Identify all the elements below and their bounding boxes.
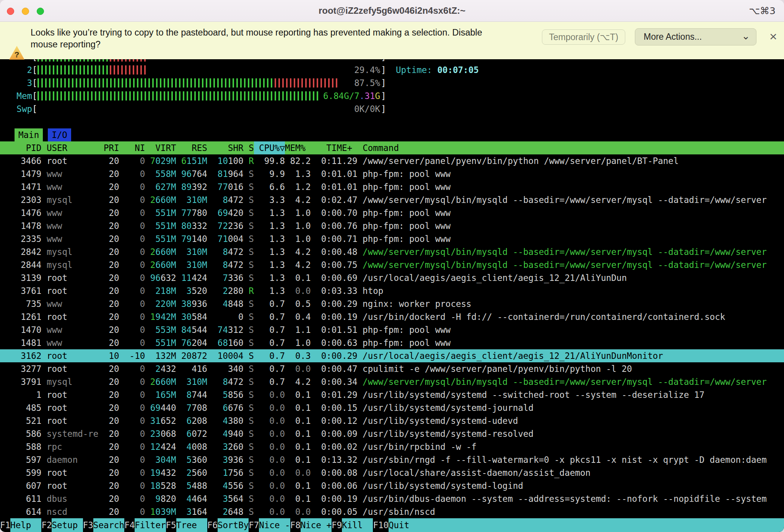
fnkey-f6[interactable]: F6 bbox=[207, 518, 218, 532]
process-row[interactable]: 3466 root 20 0 7029M 6151M 10100 R 99.8 … bbox=[0, 154, 784, 167]
process-command: php-fpm: pool www bbox=[363, 336, 451, 349]
meter-swp: Swp[0K/0K] bbox=[0, 102, 784, 115]
fnlabel-sortby[interactable]: SortBy bbox=[218, 518, 249, 532]
process-row[interactable]: 1470 www 20 0 553M 84544 74312 S 0.7 1.1… bbox=[0, 323, 784, 336]
tab-bar: MainI/O bbox=[0, 128, 784, 141]
process-row[interactable]: 614 nscd 20 0 1039M 3164 2648 S 0.0 0.0 … bbox=[0, 505, 784, 518]
process-row[interactable]: 1261 root 20 0 1942M 30584 0 S 0.7 0.4 0… bbox=[0, 310, 784, 323]
process-row[interactable]: 599 root 20 0 19432 2560 1756 S 0.0 0.0 … bbox=[0, 466, 784, 479]
column-header-s[interactable]: S bbox=[249, 141, 254, 154]
process-command: /usr/lib/systemd/systemd-udevd bbox=[363, 414, 518, 427]
fnkey-f7[interactable]: F7 bbox=[249, 518, 259, 532]
process-command: /usr/lib/systemd/systemd-journald bbox=[363, 401, 534, 414]
process-command: php-fpm: pool www bbox=[363, 167, 451, 180]
process-row[interactable]: 3791 mysql 20 0 2660M 310M 8472 S 0.7 4.… bbox=[0, 375, 784, 388]
process-command: /www/server/mysql/bin/mysqld --basedir=/… bbox=[363, 375, 767, 388]
process-command: /www/server/mysql/bin/mysqld --basedir=/… bbox=[363, 193, 767, 206]
process-row[interactable]: 3139 root 20 0 96632 11424 7336 S 1.3 0.… bbox=[0, 271, 784, 284]
column-header-ni[interactable]: NI bbox=[124, 141, 145, 154]
process-row[interactable]: 586 systemd-re 20 0 23068 6072 4940 S 0.… bbox=[0, 427, 784, 440]
column-header-res[interactable]: RES bbox=[181, 141, 207, 154]
process-command: /usr/lib/systemd/systemd-logind bbox=[363, 479, 523, 492]
process-command: /usr/bin/dockerd -H fd:// --containerd=/… bbox=[363, 310, 725, 323]
process-command: /usr/local/aegis/aegis_client/aegis_12_2… bbox=[363, 349, 663, 362]
column-header-user[interactable]: USER bbox=[47, 141, 98, 154]
column-header-pid[interactable]: PID bbox=[0, 141, 41, 154]
column-header-command[interactable]: Command bbox=[363, 141, 399, 154]
titlebar[interactable]: root@iZ2zefy5g6w046i2n4sx6tZ:~ ⌥⌘3 bbox=[0, 0, 784, 22]
process-row[interactable]: 3277 root 20 0 2432 416 340 S 0.7 0.0 0:… bbox=[0, 362, 784, 375]
screen: { "window": { "title": "root@iZ2zefy5g6w… bbox=[0, 0, 784, 532]
process-row[interactable]: 1476 www 20 0 551M 77780 69420 S 1.3 1.0… bbox=[0, 206, 784, 219]
process-row[interactable]: 607 root 20 0 18528 5488 4556 S 0.0 0.1 … bbox=[0, 479, 784, 492]
window-title: root@iZ2zefy5g6w046i2n4sx6tZ:~ bbox=[0, 5, 784, 16]
process-row[interactable]: 1 root 20 0 165M 8744 5856 S 0.0 0.1 0:0… bbox=[0, 388, 784, 401]
fnlabel-quit[interactable]: Quit bbox=[389, 518, 784, 532]
process-command: nginx: worker process bbox=[363, 297, 471, 310]
process-row[interactable]: 485 root 20 0 69440 7708 6676 S 0.0 0.1 … bbox=[0, 401, 784, 414]
process-command: /www/server/mysql/bin/mysqld --basedir=/… bbox=[363, 258, 767, 271]
column-header-mem[interactable]: MEM% bbox=[285, 141, 306, 154]
process-row[interactable]: 1471 www 20 0 627M 89392 77016 S 6.6 1.2… bbox=[0, 180, 784, 193]
fnkey-f2[interactable]: F2 bbox=[41, 518, 52, 532]
fnkey-f4[interactable]: F4 bbox=[124, 518, 135, 532]
process-row[interactable]: 3162 root 10 -10 132M 20872 10004 S 0.7 … bbox=[0, 349, 784, 362]
fnlabel-help[interactable]: Help bbox=[10, 518, 41, 532]
fnkey-f9[interactable]: F9 bbox=[332, 518, 342, 532]
process-row[interactable]: 735 www 20 0 220M 38936 4848 S 0.7 0.5 0… bbox=[0, 297, 784, 310]
meter-mem: Mem[6.84G/7.31G] bbox=[0, 89, 784, 102]
fnlabel-tree[interactable]: Tree bbox=[176, 518, 207, 532]
process-command: php-fpm: pool www bbox=[363, 206, 451, 219]
process-row[interactable]: 1479 www 20 0 558M 96764 81964 S 9.9 1.3… bbox=[0, 167, 784, 180]
fnlabel-kill[interactable]: Kill bbox=[342, 518, 373, 532]
tab-i-o[interactable]: I/O bbox=[48, 128, 71, 141]
process-row[interactable]: 2844 mysql 20 0 2660M 310M 8472 S 1.3 4.… bbox=[0, 258, 784, 271]
fnkey-f1[interactable]: F1 bbox=[0, 518, 10, 532]
window-shortcut-badge: ⌥⌘3 bbox=[749, 5, 776, 16]
process-command: htop bbox=[363, 284, 383, 297]
column-header-time[interactable]: TIME+ bbox=[311, 141, 352, 154]
process-row[interactable]: 2335 www 20 0 551M 79140 71004 S 1.3 1.0… bbox=[0, 232, 784, 245]
process-row[interactable]: 1481 www 20 0 551M 76204 68160 S 0.7 1.0… bbox=[0, 336, 784, 349]
process-row[interactable]: 521 root 20 0 31652 6208 4380 S 0.0 0.1 … bbox=[0, 414, 784, 427]
fnkey-f10[interactable]: F10 bbox=[373, 518, 389, 532]
process-command: /usr/lib/systemd/systemd-resolved bbox=[363, 427, 534, 440]
swp-bar: 0K/0K bbox=[37, 102, 381, 115]
fnlabel-filter[interactable]: Filter bbox=[135, 518, 166, 532]
process-command: /usr/sbin/nscd bbox=[363, 505, 435, 518]
fnlabel-setup[interactable]: Setup bbox=[52, 518, 83, 532]
column-header-pri[interactable]: PRI bbox=[104, 141, 119, 154]
fnkey-f5[interactable]: F5 bbox=[166, 518, 176, 532]
process-command: php-fpm: pool www bbox=[363, 219, 451, 232]
fnkey-f3[interactable]: F3 bbox=[83, 518, 93, 532]
process-row[interactable]: 2842 mysql 20 0 2660M 310M 8472 S 1.3 4.… bbox=[0, 245, 784, 258]
process-row[interactable]: 3761 root 20 0 218M 3520 2280 R 1.3 0.0 … bbox=[0, 284, 784, 297]
process-command: /usr/local/share/assist-daemon/assist_da… bbox=[363, 466, 590, 479]
process-command: php-fpm: pool www bbox=[363, 232, 451, 245]
more-actions-dropdown[interactable]: More Actions... ⌄ bbox=[635, 28, 756, 45]
column-header-virt[interactable]: VIRT bbox=[150, 141, 176, 154]
column-header-cpu[interactable]: CPU%▽ bbox=[254, 141, 285, 154]
terminal[interactable]: []2[29.4%]3[87.5%]Mem[6.84G/7.31G]Swp[0K… bbox=[0, 22, 784, 532]
meter-cpu3: 3[87.5%] bbox=[0, 76, 784, 89]
chevron-down-icon: ⌄ bbox=[742, 30, 750, 42]
process-command: /www/server/panel/pyenv/bin/python /www/… bbox=[363, 154, 678, 167]
fnlabel-search[interactable]: Search bbox=[93, 518, 124, 532]
fnlabel-nice-[interactable]: Nice + bbox=[301, 518, 332, 532]
process-command: cpulimit -e /www/server/panel/pyenv/bin/… bbox=[363, 362, 632, 375]
table-header: PID USER PRI NI VIRT RES SHR S CPU%▽MEM%… bbox=[0, 141, 784, 154]
banner-close-button[interactable]: × bbox=[765, 28, 782, 45]
column-header-shr[interactable]: SHR bbox=[212, 141, 243, 154]
temporarily-button[interactable]: Temporarily (⌥T) bbox=[542, 29, 625, 45]
process-row[interactable]: 611 dbus 20 0 9820 4464 3564 S 0.0 0.1 0… bbox=[0, 492, 784, 505]
process-command: php-fpm: pool www bbox=[363, 323, 451, 336]
process-row[interactable]: 1478 www 20 0 551M 80332 72236 S 1.3 1.0… bbox=[0, 219, 784, 232]
process-row[interactable]: 2303 mysql 20 0 2660M 310M 8472 S 3.3 4.… bbox=[0, 193, 784, 206]
fnlabel-nice-[interactable]: Nice - bbox=[259, 518, 290, 532]
fnkey-f8[interactable]: F8 bbox=[290, 518, 301, 532]
banner-message: Looks like you’re trying to copy to the … bbox=[31, 27, 532, 50]
process-row[interactable]: 588 rpc 20 0 12424 4008 3260 S 0.0 0.1 0… bbox=[0, 440, 784, 453]
tab-main[interactable]: Main bbox=[15, 128, 43, 141]
mem-bar: 6.84G/7.31G bbox=[37, 89, 381, 102]
process-row[interactable]: 597 daemon 20 0 304M 5360 3936 S 0.0 0.1… bbox=[0, 453, 784, 466]
